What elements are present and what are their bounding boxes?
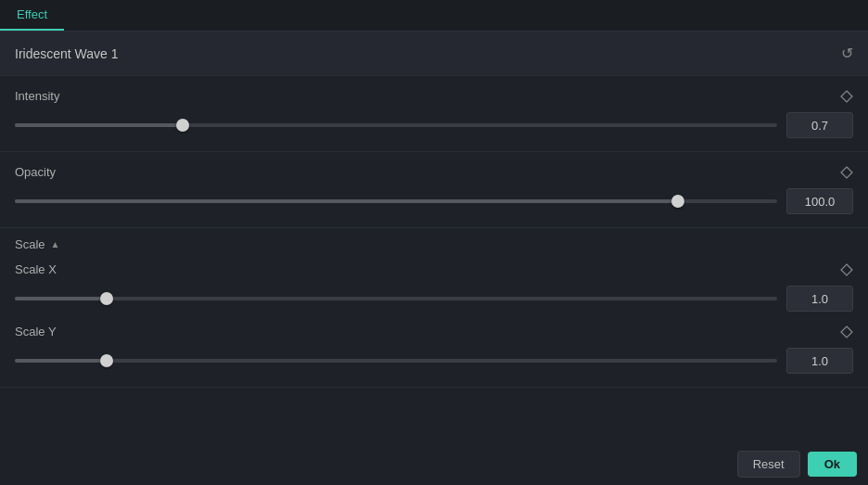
opacity-slider-fill: [15, 199, 678, 203]
intensity-slider-track[interactable]: [15, 123, 777, 127]
intensity-diamond-icon[interactable]: [840, 90, 853, 103]
tab-bar: Effect: [0, 0, 868, 32]
scale-x-value[interactable]: 1.0: [786, 286, 853, 312]
scale-x-slider-row: 1.0: [15, 286, 853, 312]
reset-button[interactable]: Reset: [737, 451, 800, 478]
scale-section: Scale ▲ Scale X 1.0: [0, 228, 868, 388]
intensity-label-row: Intensity: [15, 89, 853, 103]
opacity-slider-thumb[interactable]: [671, 195, 684, 208]
scale-label: Scale: [15, 237, 45, 251]
scale-y-slider-row: 1.0: [15, 348, 853, 374]
intensity-slider-thumb[interactable]: [176, 119, 189, 132]
scale-x-slider-track[interactable]: [15, 297, 777, 300]
scale-y-label-row: Scale Y: [15, 325, 853, 338]
scale-collapse-icon[interactable]: ▲: [51, 239, 60, 249]
svg-marker-2: [841, 264, 852, 275]
opacity-slider-track[interactable]: [15, 199, 777, 203]
opacity-label-row: Opacity: [15, 165, 853, 179]
intensity-label: Intensity: [15, 89, 59, 103]
scale-y-slider-track[interactable]: [15, 359, 777, 363]
scale-y-diamond-icon[interactable]: [840, 325, 853, 338]
opacity-label: Opacity: [15, 165, 56, 179]
intensity-section: Intensity 0.7: [0, 76, 868, 152]
opacity-section: Opacity 100.0: [0, 152, 868, 228]
opacity-slider-row: 100.0: [15, 188, 853, 214]
intensity-value[interactable]: 0.7: [786, 112, 853, 138]
scale-x-slider-thumb[interactable]: [100, 292, 113, 305]
effect-title: Iridescent Wave 1: [15, 46, 119, 61]
panel: Effect Iridescent Wave 1 ↺ Intensity 0.7…: [0, 0, 868, 485]
scale-inner: Scale X 1.0 Scale Y: [15, 251, 853, 377]
intensity-slider-fill: [15, 123, 183, 127]
svg-marker-0: [841, 91, 852, 102]
scale-y-item: Scale Y 1.0: [15, 325, 853, 374]
opacity-value[interactable]: 100.0: [786, 188, 853, 214]
reset-effect-icon[interactable]: ↺: [841, 45, 853, 62]
svg-marker-1: [841, 167, 852, 178]
scale-x-label: Scale X: [15, 262, 57, 276]
scale-x-slider-fill: [15, 297, 107, 300]
ok-button[interactable]: Ok: [808, 452, 857, 477]
scale-header: Scale ▲: [15, 237, 853, 251]
svg-marker-3: [841, 326, 852, 338]
bottom-bar: Reset Ok: [726, 443, 868, 485]
scale-y-value[interactable]: 1.0: [786, 348, 853, 374]
effect-header: Iridescent Wave 1 ↺: [0, 32, 868, 76]
scale-y-slider-thumb[interactable]: [100, 354, 113, 367]
intensity-slider-row: 0.7: [15, 112, 853, 138]
tab-effect[interactable]: Effect: [0, 0, 64, 31]
scale-x-diamond-icon[interactable]: [840, 263, 853, 276]
scale-x-label-row: Scale X: [15, 262, 853, 276]
scale-x-item: Scale X 1.0: [15, 262, 853, 312]
scale-y-slider-fill: [15, 359, 107, 363]
opacity-diamond-icon[interactable]: [840, 166, 853, 179]
scale-y-label: Scale Y: [15, 325, 57, 338]
